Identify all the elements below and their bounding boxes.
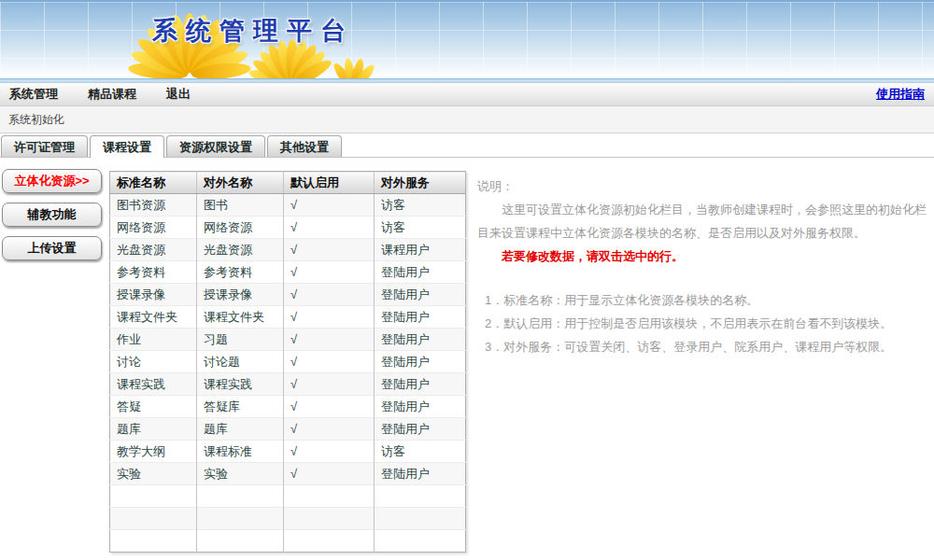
table-header-row: 标准名称对外名称默认启用对外服务 [110, 172, 466, 194]
menu-item[interactable]: 退出 [166, 86, 191, 103]
table-row[interactable]: 光盘资源光盘资源√课程用户 [110, 239, 466, 261]
table-cell: √ [284, 396, 375, 418]
table-cell: 网络资源 [110, 217, 197, 239]
table-cell: 登陆用户 [375, 329, 466, 351]
column-header: 对外服务 [375, 172, 466, 194]
tab[interactable]: 许可证管理 [1, 135, 88, 157]
table-row[interactable]: 参考资料参考资料√登陆用户 [110, 261, 466, 284]
tab[interactable]: 其他设置 [267, 135, 342, 157]
table-cell [110, 485, 197, 508]
info-paragraph: 这里可设置立体化资源初始化栏目，当教师创建课程时，会参照这里的初始化栏目来设置课… [477, 198, 930, 245]
info-panel: 说明： 这里可设置立体化资源初始化栏目，当教师创建课程时，会参照这里的初始化栏目… [477, 175, 930, 358]
table-cell: 课程实践 [197, 373, 284, 396]
help-guide-link[interactable]: 使用指南 [876, 86, 925, 103]
table-cell: 登陆用户 [375, 261, 466, 284]
table-row[interactable]: 实验实验√登陆用户 [110, 463, 466, 485]
breadcrumb: 系统初始化 [0, 106, 934, 133]
table-cell [284, 508, 375, 530]
table-cell: 登陆用户 [375, 373, 466, 396]
table-cell: 题库 [197, 418, 284, 441]
table-cell: 讨论 [110, 351, 197, 373]
table-cell: 访客 [375, 194, 466, 217]
table-cell: 习题 [197, 329, 284, 351]
table-cell: 讨论题 [197, 351, 284, 373]
sidebar: 立体化资源>>辅教功能上传设置 [0, 158, 106, 270]
info-heading: 说明： [477, 175, 930, 198]
table-cell: 实验 [197, 463, 284, 485]
table-row[interactable]: 讨论讨论题√登陆用户 [110, 351, 466, 373]
table-cell: 课程文件夹 [110, 306, 197, 329]
table-cell: 光盘资源 [197, 239, 284, 261]
table-cell: √ [284, 217, 375, 239]
table-cell: 登陆用户 [375, 418, 466, 441]
table-cell: √ [284, 329, 375, 351]
table-cell: √ [284, 351, 375, 373]
table-cell: 实验 [110, 463, 197, 485]
table-cell: 登陆用户 [375, 351, 466, 373]
resource-table-wrap: 标准名称对外名称默认启用对外服务 图书资源图书√访客网络资源网络资源√访客光盘资… [109, 171, 466, 553]
table-cell: 课程实践 [110, 373, 197, 396]
table-cell [284, 530, 375, 553]
table-cell: 参考资料 [197, 261, 284, 284]
table-cell: √ [284, 418, 375, 441]
table-row[interactable]: 题库题库√登陆用户 [110, 418, 466, 441]
table-cell: 教学大纲 [110, 441, 197, 463]
table-cell [197, 508, 284, 530]
table-row[interactable]: 网络资源网络资源√访客 [110, 217, 466, 239]
menubar: 系统管理精品课程退出 使用指南 [0, 83, 934, 106]
table-cell [197, 530, 284, 553]
table-row[interactable]: 授课录像授课录像√登陆用户 [110, 284, 466, 306]
table-cell: 光盘资源 [110, 239, 197, 261]
table-cell: 授课录像 [110, 284, 197, 306]
info-notes: 1．标准名称：用于显示立体化资源各模块的名称。2．默认启用：用于控制是否启用该模… [477, 288, 930, 358]
table-cell: 访客 [375, 441, 466, 463]
content-area: 立体化资源>>辅教功能上传设置 标准名称对外名称默认启用对外服务 图书资源图书√… [0, 158, 934, 553]
table-row-empty [110, 530, 466, 553]
table-row[interactable]: 课程文件夹课程文件夹√登陆用户 [110, 306, 466, 329]
table-row[interactable]: 教学大纲课程标准√访客 [110, 441, 466, 463]
table-cell: 课程文件夹 [197, 306, 284, 329]
table-cell [375, 508, 466, 530]
table-cell: 答疑 [110, 396, 197, 418]
menu-item[interactable]: 系统管理 [9, 86, 58, 103]
table-cell [110, 530, 197, 553]
column-header: 默认启用 [284, 172, 375, 194]
sidebar-button[interactable]: 上传设置 [2, 236, 102, 260]
resource-table: 标准名称对外名称默认启用对外服务 图书资源图书√访客网络资源网络资源√访客光盘资… [109, 171, 466, 553]
table-cell: 题库 [110, 418, 197, 441]
tabstrip: 许可证管理课程设置资源权限设置其他设置 [0, 133, 934, 158]
table-cell: 作业 [110, 329, 197, 351]
table-cell: √ [284, 239, 375, 261]
table-cell: √ [284, 373, 375, 396]
tab[interactable]: 资源权限设置 [166, 135, 265, 157]
table-cell [197, 485, 284, 508]
table-cell: √ [284, 463, 375, 485]
table-cell: √ [284, 261, 375, 284]
column-header: 对外名称 [197, 172, 284, 194]
table-cell: √ [284, 441, 375, 463]
info-note: 2．默认启用：用于控制是否启用该模块，不启用表示在前台看不到该模块。 [477, 312, 930, 335]
menu-items: 系统管理精品课程退出 [9, 86, 220, 103]
sidebar-button[interactable]: 辅教功能 [2, 203, 102, 227]
table-cell: 登陆用户 [375, 284, 466, 306]
table-cell: 课程标准 [197, 441, 284, 463]
table-cell: √ [284, 194, 375, 217]
sidebar-button[interactable]: 立体化资源>> [2, 169, 102, 193]
table-row[interactable]: 答疑答疑库√登陆用户 [110, 396, 466, 418]
column-header: 标准名称 [110, 172, 197, 194]
table-cell: 答疑库 [197, 396, 284, 418]
tab[interactable]: 课程设置 [90, 135, 164, 158]
table-cell: 授课录像 [197, 284, 284, 306]
table-row[interactable]: 课程实践课程实践√登陆用户 [110, 373, 466, 396]
table-row-empty [110, 508, 466, 530]
table-cell: 登陆用户 [375, 306, 466, 329]
banner: 系统管理平台 [0, 0, 934, 78]
table-cell: 课程用户 [375, 239, 466, 261]
table-row[interactable]: 图书资源图书√访客 [110, 194, 466, 217]
menu-item[interactable]: 精品课程 [88, 86, 136, 103]
table-cell: 图书 [197, 194, 284, 217]
table-row[interactable]: 作业习题√登陆用户 [110, 329, 466, 351]
table-cell [284, 485, 375, 508]
table-cell [375, 485, 466, 508]
info-warning: 若要修改数据，请双击选中的行。 [477, 245, 930, 268]
